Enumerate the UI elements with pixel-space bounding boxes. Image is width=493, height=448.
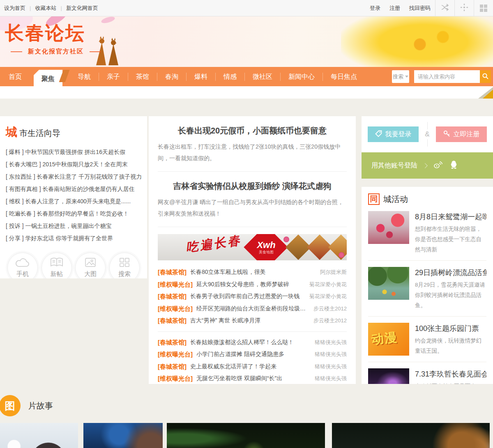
nav-item-shopping[interactable]: 春淘	[157, 73, 186, 81]
list-item[interactable]: 8月8日来鸳鹭湖一起嗨 想到都市生活无味的喧嚣，你是否也想感受一下生态自然与清新	[368, 205, 486, 260]
list-item[interactable]: [ 有图有真相 ] 长春南站附近的沙俄老屋仍有人居住	[6, 183, 141, 195]
nav-item-parenting[interactable]: 亲子	[99, 73, 128, 81]
post-author: 猪猪侠光头强	[311, 348, 347, 361]
site-logo: 长春论坛	[5, 21, 107, 45]
content-area: 城 市生活向导 [ 爆料 ] 中秋节国庆节最强拼假 拼出16天超长假 [ 长春大…	[0, 99, 493, 384]
weibo-icon[interactable]	[433, 161, 443, 170]
table-row[interactable]: [维权曝光台]小学门前占道摆摊 阻碍交通隐患多猪猪侠光头强	[158, 348, 347, 361]
post-title: 吉大“男神” 离世 长眠净月潭	[190, 315, 260, 327]
topbar-links: 设为首页 | 收藏本站 | 新文化网首页	[0, 5, 98, 12]
post-author: 步云楼主2012	[309, 315, 347, 327]
login-button[interactable]: 我要登录	[368, 126, 419, 142]
table-row[interactable]: [春城茶馆]长春姑娘撒泼都这么招人稀罕！么么哒！猪猪侠光头强	[158, 336, 347, 349]
quick-link-label: 大图	[84, 270, 97, 278]
nav-item-teahouse[interactable]: 茶馆	[128, 73, 157, 81]
list-item[interactable]: 29日插树岭漂流品活鱼 8月29日，雪花勇闯天涯邀请你到蛟河插树岭玩漂流品活鱼。	[368, 260, 486, 316]
table-row[interactable]: [维权曝光台]无腿乞丐坐着吃饼 双腿瞬间“长”出猪猪侠光头强	[158, 372, 347, 384]
nav-item-emotion[interactable]: 情感	[215, 73, 244, 81]
divider	[158, 227, 347, 227]
set-homepage-link[interactable]: 设为首页	[4, 5, 25, 12]
recover-password-link[interactable]: 找回密码	[409, 5, 431, 12]
yellow-tree-decoration	[341, 16, 493, 67]
table-row[interactable]: [春城茶馆]长春男子收到四年前自己秀过恩爱的一块钱菊花深爱小黄花	[158, 290, 347, 303]
site-subtitle: 新文化报官方社区	[5, 48, 107, 55]
nav-item-home[interactable]: 首页	[1, 73, 30, 81]
search-scope-dropdown[interactable]: 搜索	[392, 70, 409, 83]
heading-accent-char: 图	[0, 395, 21, 416]
nav-search-area: 搜索	[392, 70, 493, 83]
move-button[interactable]	[454, 0, 474, 16]
sub-nav-strip	[0, 86, 493, 99]
post-category: [春城茶馆]	[158, 336, 187, 349]
table-row[interactable]: [春城茶馆]史上最权威东北话开讲了！学起来猪猪侠光头强	[158, 361, 347, 373]
post-title: 无腿乞丐坐着吃饼 双腿瞬间“长”出	[196, 372, 282, 384]
divider: |	[60, 5, 62, 11]
nav-item-guide[interactable]: 导航	[70, 73, 99, 81]
activity-description: 想到都市生活无味的喧嚣，你是否也想感受一下生态自然与清新	[415, 224, 486, 255]
register-button[interactable]: 立即注册	[436, 126, 487, 142]
story-photo-forest[interactable]	[167, 423, 325, 448]
mobile-button[interactable]: 手机	[7, 253, 38, 278]
key-icon	[443, 130, 450, 139]
apps-button[interactable]	[474, 0, 493, 16]
story-summary: 网友@半弦月谦 晒出了一组自己与男友从高中到结婚的各个时期的合照，引来网友羡煞和…	[158, 196, 347, 219]
table-row[interactable]: [维权曝光台]经开区芜湖路的仙台大街至金桥街段垃圾成堆步云楼主2012	[158, 303, 347, 315]
divider: |	[30, 5, 31, 11]
table-row[interactable]: [春城茶馆]长春80立体车厢上线啦，很美阿尔提米斯	[158, 266, 347, 278]
nav-item-tips[interactable]: 爆料	[186, 73, 215, 81]
story-photo-mascots[interactable]	[332, 423, 490, 448]
list-item[interactable]: [ 东拉西扯 ] 长春家长注意了 千万别花钱毁了孩子视力	[6, 170, 141, 183]
table-row[interactable]: [春城茶馆]吉大“男神” 离世 长眠净月潭步云楼主2012	[158, 315, 347, 327]
nav-item-focus-active[interactable]: 聚焦	[34, 70, 62, 88]
logo-block[interactable]: 长春论坛 新文化报官方社区	[5, 21, 107, 55]
list-item[interactable]: [ 投诉 ] 一锅土豆粉进肚，碗里蹦出个糖宝	[6, 220, 141, 232]
list-item[interactable]: [ 爆料 ] 中秋节国庆节最强拼假 拼出16天超长假	[6, 146, 141, 158]
new-posts-button[interactable]: 新帖	[41, 253, 72, 278]
story-photo-photographers[interactable]	[83, 423, 163, 448]
list-item[interactable]: 动漫 100张主题乐园门票 约会龙骑侠，玩转激情梦幻童话王国。	[368, 316, 486, 362]
item-title: 学好东北话 你等于就拥有了全世界	[25, 235, 113, 241]
post-author: 菊花深爱小黄花	[305, 278, 347, 291]
post-title: 延大90后独女父母患癌，教师梦破碎	[196, 278, 289, 291]
social-login-label: 用其他账号登陆	[371, 161, 417, 170]
post-list-2: [春城茶馆]长春姑娘撒泼都这么招人稀罕！么么哒！猪猪侠光头强 [维权曝光台]小学…	[158, 336, 347, 384]
table-row[interactable]: [维权曝光台]延大90后独女父母患癌，教师梦破碎菊花深爱小黄花	[158, 278, 347, 291]
list-item[interactable]: [ 吃遍长春 ] 长春那些好吃的早餐店！吃货必收！	[6, 207, 141, 220]
item-tag: [ 吃遍长春 ]	[6, 210, 35, 217]
search-shortcut-button[interactable]: 搜索	[109, 253, 140, 278]
register-link[interactable]: 注册	[389, 5, 400, 12]
shuffle-button[interactable]	[435, 0, 454, 16]
flower-decoration	[283, 237, 289, 242]
post-category: [春城茶馆]	[158, 315, 187, 327]
activity-title: 100张主题乐园门票	[415, 324, 486, 333]
bookmark-site-link[interactable]: 收藏本站	[35, 5, 56, 12]
topbar: 设为首页 | 收藏本站 | 新文化网首页 登录 注册 找回密码	[0, 0, 493, 16]
list-item[interactable]: [ 长春大嘴巴 ] 2015中秋假期只放2天！全在周末	[6, 158, 141, 170]
move-icon	[460, 3, 468, 13]
nav-item-community[interactable]: 微社区	[244, 73, 280, 81]
big-picture-button[interactable]: 大图	[75, 253, 106, 278]
food-map-banner[interactable]: 吃遍长春 Xwh 美食地图	[158, 234, 347, 260]
banner-brand: Xwh	[253, 240, 279, 250]
nav-item-daily-focus[interactable]: 每日焦点	[323, 73, 365, 81]
post-author: 猪猪侠光头强	[311, 361, 347, 373]
qq-icon[interactable]	[450, 161, 457, 170]
post-category: [维权曝光台]	[158, 278, 193, 291]
story-photo-selfie[interactable]	[0, 423, 78, 448]
quick-links: 手机 新帖 大图 搜索	[6, 253, 141, 278]
item-title: 2015中秋假期只放2天！全在周末	[42, 161, 127, 168]
search-input[interactable]	[414, 70, 480, 83]
story-title[interactable]: 长春出现20元假币，小面额纸币也要留意	[158, 116, 347, 136]
xwh-home-link[interactable]: 新文化网首页	[66, 5, 98, 12]
list-item[interactable]: [ 维权 ] 长春人注意了，原来400开头来电竟是......	[6, 195, 141, 207]
story-title[interactable]: 吉林省实验情侣从校服到婚纱 演绎花式虐狗	[158, 172, 347, 192]
login-link[interactable]: 登录	[370, 5, 380, 12]
post-title: 史上最权威东北话开讲了！学起来	[190, 361, 276, 373]
post-title: 小学门前占道摆摊 阻碍交通隐患多	[196, 348, 284, 361]
list-item[interactable]: 7.31李玖哲长春见面会 李玖哲要来长春开见面会啦，小编有票免费送！	[368, 362, 486, 384]
search-button[interactable]	[480, 70, 491, 83]
item-title: 长春南站附近的沙俄老屋仍有人居住	[42, 186, 134, 192]
nav-item-news-center[interactable]: 新闻中心	[280, 73, 323, 81]
list-item[interactable]: [ 分享 ] 学好东北话 你等于就拥有了全世界	[6, 232, 141, 244]
flower-decoration	[339, 252, 344, 258]
